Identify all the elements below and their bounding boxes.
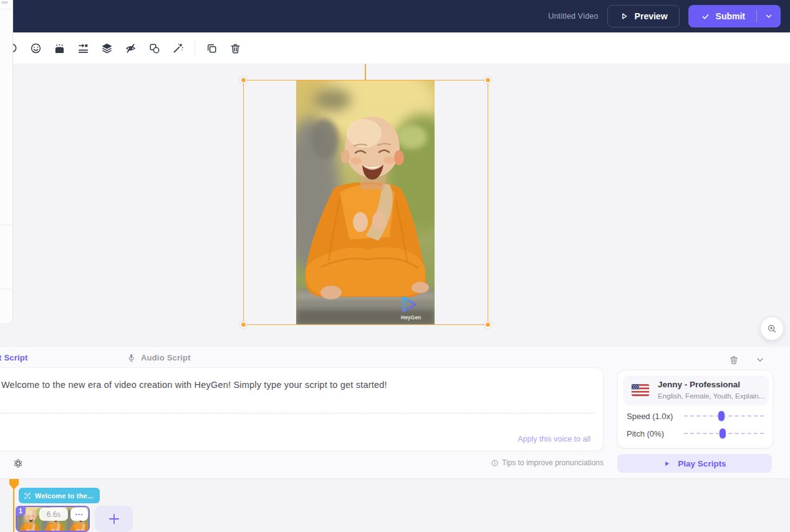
preview-button[interactable]: Preview (607, 5, 680, 27)
microphone-icon (127, 353, 136, 362)
script-card: Welcome to the new era of video creation… (0, 367, 604, 451)
emoji-icon[interactable] (29, 41, 43, 56)
voice-selector[interactable]: Jenny - Professional English, Female, Yo… (623, 375, 769, 405)
magic-wand-icon[interactable] (171, 41, 185, 56)
play-scripts-button[interactable]: Play Scripts (617, 454, 772, 473)
project-title: Untitled Video (548, 12, 598, 21)
scene-icon[interactable] (52, 41, 67, 56)
delete-script-button[interactable] (727, 353, 741, 367)
watermark-label: HeyGen (401, 314, 421, 321)
submit-label: Submit (716, 11, 745, 21)
playhead-line (13, 488, 14, 532)
script-panel: Text Script Audio Script Welcome to the … (0, 346, 790, 478)
pitch-slider-thumb[interactable] (720, 428, 726, 438)
apply-voice-to-all-button[interactable]: Apply this voice to all (518, 435, 590, 443)
group-icon[interactable] (147, 41, 161, 56)
toolbar-divider (195, 41, 195, 55)
add-scene-button[interactable] (95, 506, 133, 532)
tab-text-script[interactable]: Text Script (0, 353, 27, 362)
play-scripts-label: Play Scripts (678, 459, 726, 468)
selection-handle-bottom-right[interactable] (484, 321, 491, 328)
tips-label: Tips to improve pronunciations (502, 458, 604, 467)
layers-icon[interactable] (100, 41, 114, 56)
submit-button[interactable]: Submit (688, 5, 781, 27)
script-separator (1, 413, 595, 414)
canvas-avatar-image[interactable]: HeyGen (296, 80, 435, 325)
text-select-icon (24, 492, 31, 500)
pronunciation-tips-link[interactable]: Tips to improve pronunciations (491, 458, 604, 467)
speed-slider-thumb[interactable] (718, 411, 725, 421)
play-outline-icon (619, 11, 629, 21)
pitch-label: Pitch (0%) (627, 429, 664, 438)
tab-audio-script[interactable]: Audio Script (127, 353, 191, 362)
play-icon (663, 460, 671, 468)
magnifier-plus-icon (767, 324, 777, 334)
panel-edge-line (0, 225, 13, 225)
caption-chip-label: Welcome to the... (35, 492, 94, 500)
clip-duration-label: 6.6s (39, 508, 68, 521)
script-text-input[interactable]: Welcome to the new era of video creation… (1, 379, 581, 392)
duplicate-icon[interactable] (205, 41, 219, 56)
hide-icon[interactable] (123, 41, 138, 56)
panel-edge-mark (1, 1, 8, 4)
top-header-bar: Untitled Video Preview Submit (0, 0, 790, 32)
heygen-video-editor: Untitled Video Preview Submit (0, 0, 790, 532)
submit-dropdown[interactable] (757, 5, 781, 27)
chevron-down-icon (764, 12, 773, 21)
clip-index-badge: 1 (16, 506, 26, 516)
selection-handle-top-right[interactable] (484, 77, 491, 84)
speed-label: Speed (1.0x) (627, 412, 673, 421)
panel-edge-line (0, 289, 13, 289)
check-icon (701, 12, 710, 21)
us-flag-icon (632, 384, 649, 396)
voice-attributes: English, Female, Youth, Explain... (658, 392, 764, 400)
canvas-zoom-button[interactable] (761, 317, 783, 340)
rotation-handle-line[interactable] (365, 64, 366, 80)
selection-handle-top-left[interactable] (240, 77, 247, 84)
delete-icon[interactable] (228, 41, 243, 56)
timeline-divider (0, 478, 790, 479)
gpt-assistant-button[interactable] (11, 457, 25, 470)
collapse-panel-button[interactable] (753, 353, 767, 367)
gpt-icon (12, 458, 24, 469)
voice-name: Jenny - Professional (658, 380, 740, 389)
speed-slider[interactable] (684, 415, 764, 417)
plus-icon (107, 512, 121, 526)
playhead[interactable] (9, 479, 19, 490)
pitch-slider[interactable] (684, 433, 764, 434)
panel-edge-line (0, 9, 13, 9)
preview-label: Preview (635, 11, 668, 21)
info-icon (491, 459, 499, 467)
selection-handle-bottom-left[interactable] (240, 321, 247, 328)
voice-settings-card: Jenny - Professional English, Female, Yo… (617, 370, 773, 448)
tab-audio-script-label: Audio Script (141, 353, 191, 362)
caption-chip[interactable]: Welcome to the... (19, 488, 100, 503)
clip-more-button[interactable]: ⋯ (70, 508, 88, 521)
tab-text-script-label: Text Script (0, 353, 27, 362)
element-toolbar (0, 32, 790, 64)
position-icon[interactable] (76, 41, 90, 56)
chevron-down-icon (755, 355, 765, 365)
left-panel-edge (0, 0, 13, 323)
